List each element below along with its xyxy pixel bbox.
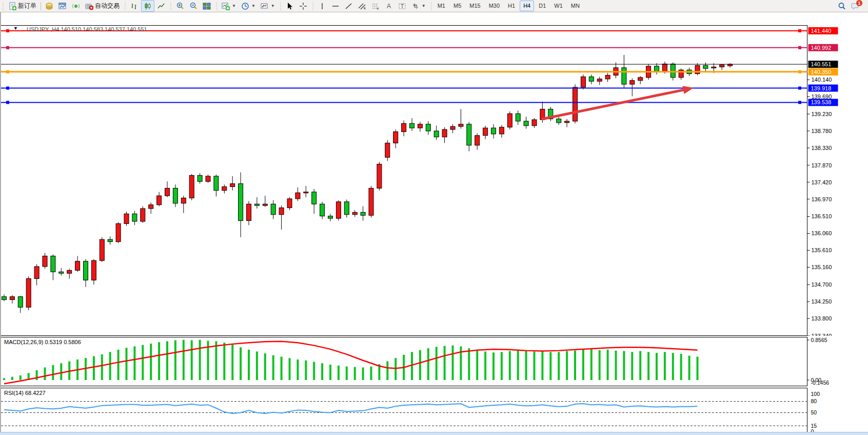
new-order-label: 新订单: [18, 2, 36, 10]
line-handle[interactable]: [798, 101, 801, 104]
line-handle[interactable]: [6, 70, 9, 73]
clock-icon: [241, 2, 249, 10]
vertical-line-button[interactable]: [315, 0, 329, 12]
svg-text:F: F: [377, 7, 379, 10]
fibonacci-button[interactable]: F: [369, 0, 382, 12]
candle-bearish: [254, 204, 259, 205]
price-axis-tick-label: 138.780: [812, 128, 832, 134]
candle-bullish: [597, 79, 602, 81]
price-line-badge-label: 140.551: [811, 61, 832, 67]
notifications-button[interactable]: 1: [849, 0, 862, 12]
candle-bearish: [426, 124, 430, 131]
data-window-button[interactable]: [56, 0, 69, 12]
bar-chart-button[interactable]: [128, 0, 141, 12]
candle-bearish: [410, 123, 415, 128]
candle-bullish: [43, 256, 47, 267]
chat-bubble-icon: 1: [851, 2, 859, 10]
equidistant-channel-button[interactable]: E: [356, 0, 369, 12]
crosshair-icon: [299, 2, 307, 10]
price-axis-tick-label: 133.340: [812, 333, 832, 336]
rsi-scale-label: 80: [811, 398, 817, 404]
candle-bullish: [279, 208, 284, 215]
candle-bearish: [2, 297, 7, 300]
chart-window: ▼ USDJPY ,H4 140.510 140.583 140.537 140…: [0, 12, 868, 435]
text-label-button[interactable]: T: [396, 0, 409, 12]
price-axis-tick-label: 137.870: [812, 162, 832, 168]
signals-button[interactable]: [69, 0, 83, 12]
line-handle[interactable]: [798, 46, 801, 49]
line-handle[interactable]: [6, 87, 9, 90]
timeframe-m30-button[interactable]: M30: [485, 1, 503, 11]
candle-bullish: [638, 78, 643, 81]
candle-bearish: [516, 114, 520, 121]
candle-bullish: [116, 223, 121, 241]
svg-text:A: A: [387, 3, 391, 10]
candle-bearish: [173, 188, 177, 203]
candle-bullish: [263, 204, 267, 205]
timeframe-h1-button[interactable]: H1: [504, 1, 519, 11]
timeframe-m1-button[interactable]: M1: [434, 1, 449, 11]
tile-windows-button[interactable]: [200, 0, 213, 12]
candle-bullish: [483, 128, 488, 136]
line-handle[interactable]: [6, 29, 9, 32]
candle-bearish: [524, 121, 528, 126]
candle-bearish: [622, 68, 626, 84]
candle-bearish: [434, 131, 439, 137]
gold-icon: [45, 2, 53, 10]
line-handle[interactable]: [6, 101, 9, 104]
line-chart-button[interactable]: [154, 0, 168, 12]
text-label-icon: T: [398, 2, 406, 10]
candle-bearish: [557, 119, 561, 123]
candle-bearish: [312, 192, 317, 204]
zoom-in-icon: [176, 2, 184, 10]
zoom-out-icon: [189, 2, 198, 10]
timeframe-mn-button[interactable]: MN: [567, 1, 583, 11]
price-axis-tick-label: 134.700: [812, 281, 832, 288]
trendline-button[interactable]: [342, 0, 356, 12]
macd-pane-canvas[interactable]: 0.85650.00-0.1456: [0, 337, 868, 386]
new-order-button[interactable]: 新订单: [6, 0, 39, 12]
autotrading-button[interactable]: 自动交易: [83, 0, 122, 12]
line-handle[interactable]: [798, 70, 801, 73]
rsi-pane-border: [1, 388, 807, 435]
price-chart-canvas[interactable]: 141.440140.992140.551140.350139.918139.5…: [0, 25, 868, 336]
trendline-icon: [345, 2, 353, 10]
line-handle[interactable]: [798, 87, 801, 90]
market-watch-button[interactable]: [43, 0, 56, 12]
vertical-line-icon: [318, 2, 326, 10]
template-icon: [261, 2, 269, 10]
channel-icon: E: [358, 2, 366, 10]
arrows-button[interactable]: ▼: [409, 0, 428, 12]
timeframe-m15-button[interactable]: M15: [466, 1, 484, 11]
candle-bullish: [230, 184, 235, 187]
timeframe-m5-button[interactable]: M5: [450, 1, 465, 11]
candle-bullish: [475, 136, 480, 145]
zoom-out-button[interactable]: [187, 0, 200, 12]
new-chart-button[interactable]: ▼: [219, 0, 239, 12]
timeframe-d1-button[interactable]: D1: [535, 1, 549, 11]
search-button[interactable]: [835, 0, 849, 12]
periods-button[interactable]: ▼: [239, 0, 258, 12]
zoom-in-button[interactable]: [173, 0, 187, 12]
horizontal-line-button[interactable]: [329, 0, 342, 12]
crosshair-button[interactable]: [297, 0, 310, 12]
price-axis-tick-label: 133.800: [812, 315, 832, 321]
candle-bullish: [630, 81, 635, 84]
price-axis-tick-label: 135.160: [812, 264, 832, 270]
candle-bullish: [336, 202, 341, 218]
templates-button[interactable]: ▼: [258, 0, 278, 12]
rsi-pane-canvas[interactable]: 1008050150: [0, 388, 868, 435]
candle-bearish: [108, 239, 112, 241]
timeframe-w1-button[interactable]: W1: [550, 1, 566, 11]
candle-bullish: [157, 196, 162, 205]
line-handle[interactable]: [798, 29, 801, 32]
chart-object-marker-icon[interactable]: ▼: [13, 26, 18, 31]
line-handle[interactable]: [6, 46, 9, 49]
candlestick-chart-button[interactable]: [141, 0, 154, 12]
toolbar-separator: [41, 2, 41, 10]
cursor-button[interactable]: [283, 0, 297, 12]
toolbar-grip: [170, 2, 172, 10]
timeframe-h4-button[interactable]: H4: [520, 1, 534, 11]
candle-bullish: [662, 64, 667, 71]
text-button[interactable]: A: [382, 0, 396, 12]
